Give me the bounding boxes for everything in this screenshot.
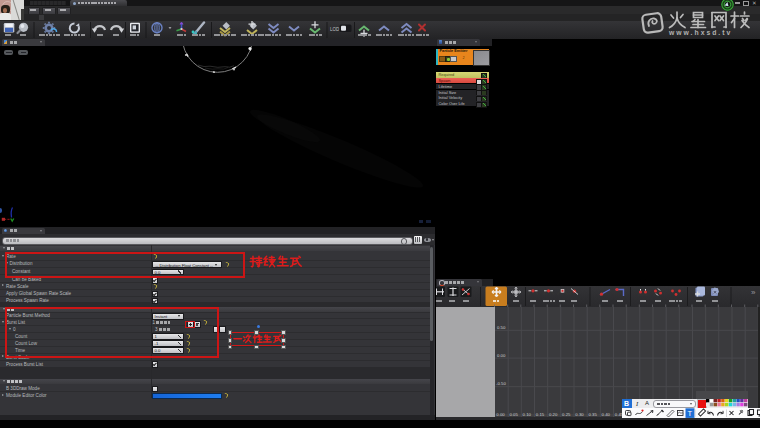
svg-text:LOD: LOD <box>330 26 340 31</box>
svg-text:0.25: 0.25 <box>562 411 571 416</box>
svg-text:-0.50: -0.50 <box>496 381 506 386</box>
svg-text:0.35: 0.35 <box>588 411 597 416</box>
svg-text:0.05: 0.05 <box>509 411 518 416</box>
svg-text:0.50: 0.50 <box>497 324 506 329</box>
svg-text:»: » <box>751 288 756 297</box>
svg-text:0.30: 0.30 <box>575 411 584 416</box>
svg-text:0.20: 0.20 <box>549 411 558 416</box>
svg-text:0.10: 0.10 <box>522 411 531 416</box>
svg-text:0.00: 0.00 <box>496 411 505 416</box>
svg-text:0.15: 0.15 <box>535 411 544 416</box>
svg-text:0.40: 0.40 <box>601 411 610 416</box>
svg-text:0.00: 0.00 <box>497 352 506 357</box>
svg-text:T: T <box>687 409 692 418</box>
